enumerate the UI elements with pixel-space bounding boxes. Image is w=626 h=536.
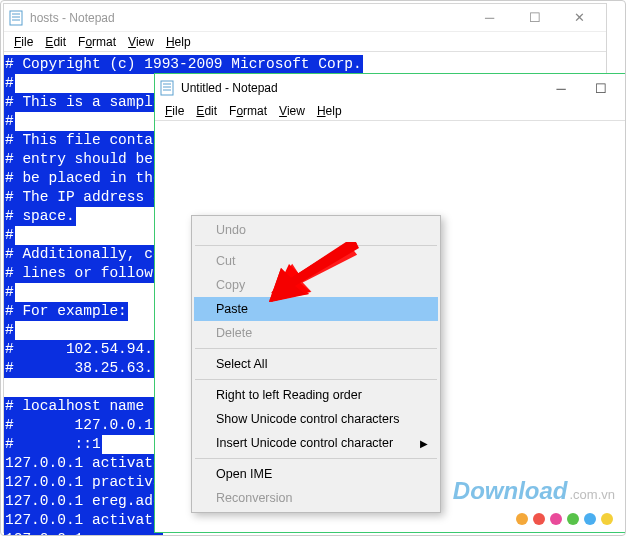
notepad-icon bbox=[159, 80, 175, 96]
context-menu: Undo Cut Copy Paste Delete Select All Ri… bbox=[191, 215, 441, 513]
menu-view[interactable]: View bbox=[273, 102, 311, 120]
window-title: Untitled - Notepad bbox=[181, 81, 541, 95]
menu-help[interactable]: Help bbox=[311, 102, 348, 120]
menubar: File Edit Format View Help bbox=[4, 32, 606, 51]
ctx-copy[interactable]: Copy bbox=[194, 273, 438, 297]
ctx-undo[interactable]: Undo bbox=[194, 218, 438, 242]
dot-icon bbox=[584, 513, 596, 525]
ctx-cut[interactable]: Cut bbox=[194, 249, 438, 273]
minimize-button[interactable]: ─ bbox=[541, 75, 581, 101]
watermark-brand: Download bbox=[453, 477, 568, 504]
separator bbox=[195, 458, 437, 459]
dot-icon bbox=[516, 513, 528, 525]
menu-edit[interactable]: Edit bbox=[190, 102, 223, 120]
menu-edit[interactable]: Edit bbox=[39, 33, 72, 51]
titlebar: hosts - Notepad ─ ☐ ✕ bbox=[4, 4, 606, 32]
window-title: hosts - Notepad bbox=[30, 11, 467, 25]
dot-icon bbox=[601, 513, 613, 525]
svg-rect-0 bbox=[10, 11, 22, 25]
separator bbox=[195, 379, 437, 380]
dot-icon bbox=[567, 513, 579, 525]
minimize-button[interactable]: ─ bbox=[467, 5, 512, 31]
menu-help[interactable]: Help bbox=[160, 33, 197, 51]
menu-file[interactable]: File bbox=[159, 102, 190, 120]
chevron-right-icon: ▶ bbox=[420, 438, 428, 449]
ctx-reconversion[interactable]: Reconversion bbox=[194, 486, 438, 510]
dot-icon bbox=[533, 513, 545, 525]
watermark: Download.com.vn bbox=[453, 477, 615, 505]
notepad-icon bbox=[8, 10, 24, 26]
ctx-open-ime[interactable]: Open IME bbox=[194, 462, 438, 486]
ctx-rtl[interactable]: Right to left Reading order bbox=[194, 383, 438, 407]
dot-icon bbox=[550, 513, 562, 525]
close-button[interactable]: ✕ bbox=[557, 5, 602, 31]
ctx-select-all[interactable]: Select All bbox=[194, 352, 438, 376]
ctx-insert-unicode[interactable]: Insert Unicode control character▶ bbox=[194, 431, 438, 455]
watermark-suffix: .com.vn bbox=[569, 487, 615, 502]
separator bbox=[195, 348, 437, 349]
menu-view[interactable]: View bbox=[122, 33, 160, 51]
ctx-delete[interactable]: Delete bbox=[194, 321, 438, 345]
maximize-button[interactable]: ☐ bbox=[512, 5, 557, 31]
separator bbox=[195, 245, 437, 246]
ctx-insert-unicode-label: Insert Unicode control character bbox=[216, 436, 393, 450]
text-line: # Copyright (c) 1993-2009 Microsoft Corp… bbox=[4, 55, 606, 74]
menu-format[interactable]: Format bbox=[72, 33, 122, 51]
maximize-button[interactable]: ☐ bbox=[581, 75, 621, 101]
svg-rect-4 bbox=[161, 81, 173, 95]
watermark-dots bbox=[516, 513, 613, 525]
ctx-paste[interactable]: Paste bbox=[194, 297, 438, 321]
menubar: File Edit Format View Help bbox=[155, 102, 625, 121]
menu-format[interactable]: Format bbox=[223, 102, 273, 120]
ctx-show-unicode[interactable]: Show Unicode control characters bbox=[194, 407, 438, 431]
titlebar: Untitled - Notepad ─ ☐ bbox=[155, 74, 625, 102]
menu-file[interactable]: File bbox=[8, 33, 39, 51]
